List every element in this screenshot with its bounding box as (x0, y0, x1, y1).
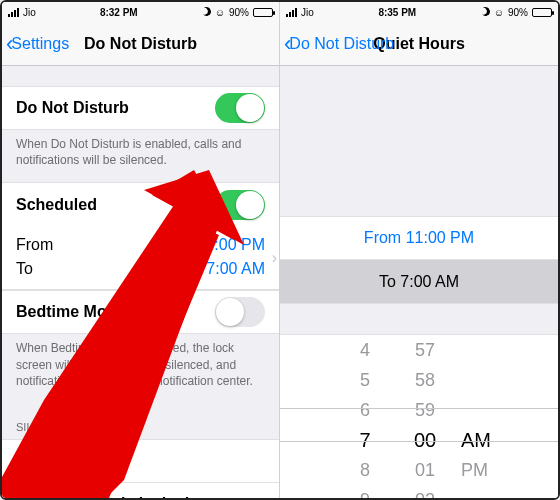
silence-always-row[interactable]: Always (2, 439, 279, 483)
from-value: 10:00 PM (197, 233, 265, 257)
chevron-right-icon: › (272, 249, 277, 267)
carrier-label: Jio (301, 7, 314, 18)
from-label: From (16, 233, 53, 257)
silence-locked-label: While iPhone is locked (16, 495, 189, 498)
scheduled-label: Scheduled (16, 196, 97, 214)
dnd-label: Do Not Disturb (16, 99, 129, 117)
to-value: 7:00 AM (206, 257, 265, 281)
silence-header: SILENCE: (2, 403, 279, 439)
status-bar: Jio 8:35 PM ☺ 90% (280, 2, 558, 22)
back-label: Settings (11, 35, 69, 53)
bedtime-toggle[interactable] (215, 297, 265, 327)
battery-icon (253, 8, 273, 17)
dnd-toggle[interactable] (215, 93, 265, 123)
page-title: Do Not Disturb (84, 35, 197, 53)
silence-always-label: Always (16, 452, 71, 470)
dnd-moon-icon (481, 7, 490, 18)
battery-pct: 90% (229, 7, 249, 18)
back-button[interactable]: ‹ Settings (6, 33, 69, 55)
check-icon: ✓ (250, 493, 265, 498)
battery-pct: 90% (508, 7, 528, 18)
dnd-footer: When Do Not Disturb is enabled, calls an… (2, 130, 279, 182)
quiet-hours-to-label: To 7:00 AM (379, 273, 459, 291)
scheduled-toggle[interactable] (215, 190, 265, 220)
status-time: 8:35 PM (378, 7, 416, 18)
silence-locked-row[interactable]: While iPhone is locked ✓ (2, 483, 279, 498)
dnd-moon-icon (202, 7, 211, 18)
quiet-hours-from-row[interactable]: From 11:00 PM (280, 216, 558, 260)
bedtime-label: Bedtime Mode (16, 303, 125, 321)
status-bar: Jio 8:32 PM ☺ 90% (2, 2, 279, 22)
nav-bar: ‹ Do Not Disturb Quiet Hours (280, 22, 558, 66)
quiet-hours-to-row[interactable]: To 7:00 AM (280, 260, 558, 304)
dnd-row: Do Not Disturb (2, 86, 279, 130)
time-picker[interactable]: 4 5 6 7 8 9 57 58 59 00 01 02 . . . AM P… (280, 334, 558, 498)
carrier-label: Jio (23, 7, 36, 18)
quiet-hours-from-label: From 11:00 PM (364, 229, 474, 247)
to-label: To (16, 257, 33, 281)
back-label: Do Not Disturb (289, 35, 394, 53)
battery-icon (532, 8, 552, 17)
signal-icon (8, 8, 19, 17)
nav-bar: ‹ Settings Do Not Disturb (2, 22, 279, 66)
schedule-times-row[interactable]: From 10:00 PM To 7:00 AM › (2, 227, 279, 289)
signal-icon (286, 8, 297, 17)
scheduled-row: Scheduled (2, 183, 279, 227)
bedtime-footer: When Bedtime Mode is enabled, the lock s… (2, 334, 279, 403)
bedtime-row: Bedtime Mode (2, 290, 279, 334)
back-button[interactable]: ‹ Do Not Disturb (284, 33, 394, 55)
status-time: 8:32 PM (100, 7, 138, 18)
